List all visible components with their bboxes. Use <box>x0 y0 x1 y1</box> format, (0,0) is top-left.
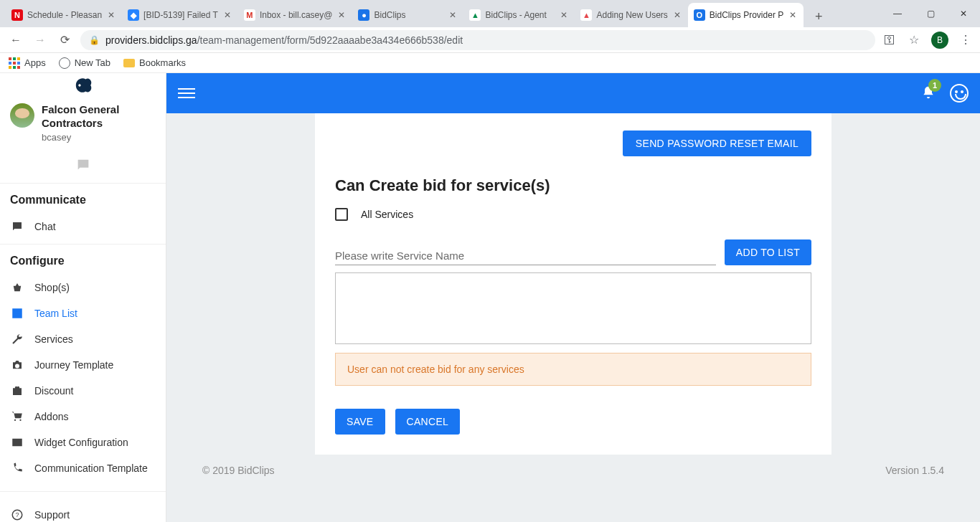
form-card: SEND PASSWORD RESET EMAIL Can Create bid… <box>315 113 831 455</box>
tab-close-icon[interactable]: ✕ <box>672 10 682 20</box>
sidebar-user-block[interactable]: Falcon General Contractors bcasey <box>0 98 166 153</box>
cancel-button[interactable]: CANCEL <box>395 409 461 435</box>
url-path: /team-management/form/5d922aaaabe3a434e6… <box>197 34 463 46</box>
window-maximize[interactable]: ▢ <box>914 3 947 24</box>
content-scroll[interactable]: SEND PASSWORD RESET EMAIL Can Create bid… <box>166 113 980 522</box>
tab-close-icon[interactable]: ✕ <box>222 10 232 20</box>
sidebar-item-widget[interactable]: Widget Configuration <box>0 430 166 455</box>
sidebar-section-communicate: Communicate Chat <box>0 183 166 244</box>
falcon-logo-icon <box>71 73 95 98</box>
omnibox[interactable]: 🔒 providers.bidclips.ga/team-management/… <box>80 30 875 50</box>
browser-tab[interactable]: ▲BidClips - Agent✕ <box>463 3 575 27</box>
all-services-label: All Services <box>361 209 413 220</box>
cart-icon <box>10 409 24 424</box>
section-title-configure: Configure <box>0 255 166 275</box>
back-button[interactable]: ← <box>7 32 24 49</box>
folder-icon <box>123 59 135 67</box>
key-icon[interactable]: ⚿ <box>882 33 897 47</box>
browser-tab[interactable]: ▲Adding New Users✕ <box>575 3 687 27</box>
sidebar-item-comm-template[interactable]: Communication Template <box>0 455 166 481</box>
app-sidebar: Falcon General Contractors bcasey Commun… <box>0 73 166 522</box>
sidebar-item-label: Team List <box>34 308 77 319</box>
browser-tab-strip: NSchedule - Pleasan✕◆[BID-5139] Failed T… <box>0 0 980 27</box>
service-list-box[interactable] <box>335 272 811 344</box>
tab-title: BidClips <box>374 10 443 20</box>
all-services-row[interactable]: All Services <box>335 208 811 221</box>
browser-tab[interactable]: ●BidClips✕ <box>352 3 463 27</box>
warning-alert: User can not create bid for any services <box>335 353 811 386</box>
hamburger-menu[interactable] <box>178 85 195 102</box>
all-services-checkbox[interactable] <box>335 208 348 221</box>
sidebar-item-team-list[interactable]: Team List <box>0 300 166 326</box>
newtab-bookmark[interactable]: New Tab <box>59 57 110 69</box>
window-minimize[interactable]: — <box>881 3 914 24</box>
sidebar-item-discount[interactable]: Discount <box>0 378 166 404</box>
apps-icon <box>9 57 20 69</box>
sidebar-item-label: Addons <box>34 411 68 422</box>
tab-close-icon[interactable]: ✕ <box>788 10 798 20</box>
browser-tab[interactable]: ◆[BID-5139] Failed T✕ <box>122 3 238 27</box>
sidebar-item-label: Communication Template <box>34 462 148 474</box>
sidebar-item-label: Journey Template <box>34 359 113 371</box>
sidebar-item-label: Services <box>34 333 73 345</box>
apps-shortcut[interactable]: Apps <box>9 57 46 69</box>
app-logo[interactable] <box>0 73 166 98</box>
account-icon[interactable] <box>950 84 969 103</box>
service-name-input[interactable] <box>335 247 716 265</box>
send-reset-email-button[interactable]: SEND PASSWORD RESET EMAIL <box>623 130 811 156</box>
globe-icon <box>59 57 70 69</box>
widget-icon <box>10 435 24 450</box>
app-header: 1 <box>166 73 980 113</box>
tab-close-icon[interactable]: ✕ <box>448 10 458 20</box>
save-button[interactable]: SAVE <box>335 409 385 435</box>
org-name: Falcon General Contractors <box>42 103 156 130</box>
window-close[interactable]: ✕ <box>947 3 980 24</box>
tab-close-icon[interactable]: ✕ <box>336 10 347 20</box>
sidebar-item-label: Widget Configuration <box>34 437 128 448</box>
copyright: © 2019 BidClips <box>202 465 275 476</box>
tab-favicon: M <box>244 9 255 21</box>
tab-favicon: ▲ <box>469 9 481 21</box>
sidebar-section-configure: Configure Shop(s) Team List Services Jou… <box>0 244 166 485</box>
sidebar-item-addons[interactable]: Addons <box>0 404 166 430</box>
sidebar-item-services[interactable]: Services <box>0 326 166 352</box>
star-icon[interactable]: ☆ <box>907 33 921 47</box>
window-controls: — ▢ ✕ <box>881 0 980 27</box>
add-to-list-button[interactable]: ADD TO LIST <box>725 239 811 265</box>
tab-title: BidClips Provider P <box>710 10 783 20</box>
sidebar-item-shops[interactable]: Shop(s) <box>0 275 166 300</box>
bookmarks-folder-label: Bookmarks <box>139 57 186 68</box>
new-tab-button[interactable]: + <box>808 6 829 27</box>
list-icon <box>10 306 24 321</box>
tab-close-icon[interactable]: ✕ <box>106 10 116 20</box>
tab-title: Inbox - bill.casey@ <box>260 10 333 20</box>
sidebar-item-label: Shop(s) <box>34 282 70 293</box>
wrench-icon <box>10 332 24 346</box>
sidebar-item-support[interactable]: ? Support <box>0 502 166 523</box>
chat-bubble-icon[interactable] <box>0 153 166 183</box>
tab-title: [BID-5139] Failed T <box>143 10 218 20</box>
url-domain: providers.bidclips.ga <box>105 34 197 46</box>
forward-button[interactable]: → <box>32 32 49 49</box>
sidebar-item-label: Chat <box>34 221 56 232</box>
sidebar-item-chat[interactable]: Chat <box>0 214 166 239</box>
camera-icon <box>10 358 24 372</box>
phone-icon <box>10 461 24 475</box>
profile-avatar[interactable]: B <box>931 32 948 49</box>
bookmarks-folder[interactable]: Bookmarks <box>123 57 186 68</box>
kebab-menu-icon[interactable]: ⋮ <box>958 33 973 47</box>
sidebar-section-support: ? Support <box>0 491 166 523</box>
version-label: Version 1.5.4 <box>885 465 944 476</box>
notifications-button[interactable]: 1 <box>921 85 936 103</box>
section-title-communicate: Communicate <box>0 194 166 214</box>
browser-tab[interactable]: OBidClips Provider P✕ <box>688 3 804 27</box>
reload-button[interactable]: ⟳ <box>56 32 73 49</box>
tab-title: BidClips - Agent <box>485 10 555 20</box>
apps-label: Apps <box>24 57 46 68</box>
sidebar-item-journey[interactable]: Journey Template <box>0 352 166 378</box>
browser-tab[interactable]: MInbox - bill.casey@✕ <box>238 3 353 27</box>
bookmarks-bar: Apps New Tab Bookmarks <box>0 53 980 73</box>
tab-close-icon[interactable]: ✕ <box>559 10 569 20</box>
browser-tab[interactable]: NSchedule - Pleasan✕ <box>6 3 122 27</box>
tab-title: Schedule - Pleasan <box>27 10 102 20</box>
